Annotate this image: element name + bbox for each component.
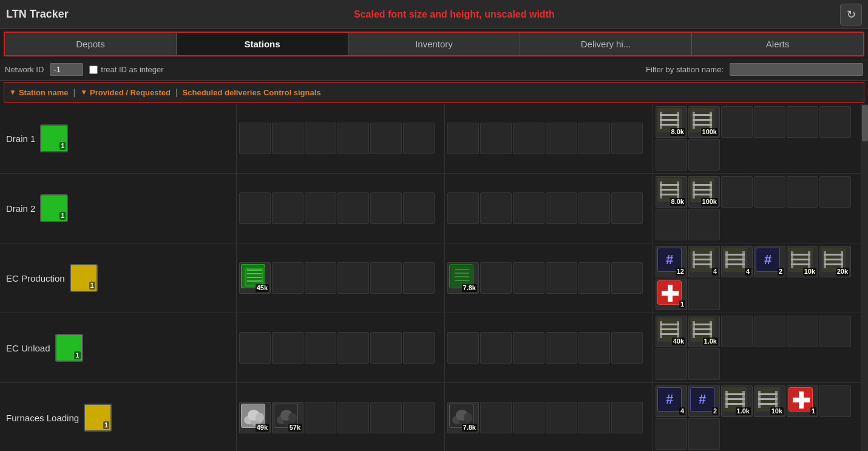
svg-rect-60 <box>693 324 712 325</box>
item-slot: 20k <box>819 246 851 277</box>
item-icon-hash: # <box>756 248 780 272</box>
empty-item-slot <box>370 123 402 154</box>
filter-station-input[interactable] <box>730 63 863 76</box>
tab-delivery[interactable]: Delivery hi... <box>520 33 692 55</box>
empty-item-slot <box>787 316 818 347</box>
svg-rect-7 <box>693 114 712 116</box>
svg-rect-9 <box>693 124 712 126</box>
empty-item-slot <box>611 402 643 433</box>
provided-section <box>237 104 445 173</box>
svg-rect-35 <box>693 263 712 265</box>
empty-item-slot <box>480 123 512 154</box>
svg-rect-84 <box>758 403 778 405</box>
empty-item-slot <box>272 192 303 224</box>
empty-item-slot <box>819 316 851 347</box>
station-name: EC Production <box>6 273 65 283</box>
item-slot: 57k <box>272 402 303 433</box>
table-row: EC Production145k7.8k#1244#210k20k1 <box>0 243 861 313</box>
col-station-name[interactable]: Station name <box>19 88 69 97</box>
row-sections: 49k57k7.8k#4#21.0k10k1 <box>237 383 861 451</box>
empty-item-slot <box>403 332 435 364</box>
svg-rect-45 <box>791 263 810 265</box>
item-count: 1.0k <box>736 407 751 415</box>
col-scheduled[interactable]: Scheduled deliveries <box>183 88 261 97</box>
scrollbar[interactable] <box>861 104 868 451</box>
scheduled-section <box>445 104 653 173</box>
svg-point-70 <box>288 413 297 422</box>
stations-list: Drain 118.0k100kDrain 218.0k100kEC Produ… <box>0 104 861 451</box>
svg-rect-38 <box>725 254 745 256</box>
tab-inventory[interactable]: Inventory <box>348 33 520 55</box>
signal-indicator: 1 <box>40 194 68 222</box>
filter-bar: Network ID treat ID as integer Filter by… <box>0 59 868 81</box>
control-section: #4#21.0k10k1 <box>653 383 861 451</box>
empty-item-slot <box>546 332 577 364</box>
sort-provided-icon[interactable]: ▼ <box>80 88 87 97</box>
svg-rect-78 <box>725 398 745 400</box>
tab-alerts[interactable]: Alerts <box>692 33 863 55</box>
empty-item-slot <box>688 418 720 450</box>
empty-item-slot <box>370 192 402 224</box>
item-count: 12 <box>676 268 685 276</box>
empty-item-slot <box>611 332 643 364</box>
tab-depots[interactable]: Depots <box>5 33 177 55</box>
network-id-label: Network ID <box>5 65 44 74</box>
signal-number: 1 <box>74 351 80 359</box>
empty-item-slot <box>272 262 303 294</box>
item-count: 4 <box>712 268 718 276</box>
empty-item-slot <box>447 192 479 224</box>
treat-id-checkbox-area: treat ID as integer <box>89 65 163 74</box>
station-name-cell: EC Unload1 <box>0 313 237 382</box>
item-slot: #2 <box>688 385 720 417</box>
empty-item-slot <box>272 123 303 154</box>
tab-stations[interactable]: Stations <box>177 33 348 55</box>
column-headers: ▼ Station name | ▼ Provided / Requested … <box>4 82 864 103</box>
empty-item-slot <box>578 262 610 294</box>
tabs-bar: Depots Stations Inventory Delivery hi...… <box>4 32 864 56</box>
item-slot: 100k <box>688 176 720 208</box>
empty-item-slot <box>513 332 544 364</box>
empty-item-slot <box>754 176 785 208</box>
signal-indicator: 1 <box>84 404 112 432</box>
refresh-button[interactable]: ↻ <box>840 4 862 25</box>
signal-indicator: 1 <box>70 264 98 292</box>
item-slot: 40k <box>656 316 687 347</box>
signal-indicator: 1 <box>40 124 68 152</box>
item-count: 1 <box>810 407 816 415</box>
empty-item-slot <box>611 123 643 154</box>
sort-station-icon[interactable]: ▼ <box>9 88 16 97</box>
scheduled-section <box>445 313 653 382</box>
svg-rect-48 <box>824 254 843 256</box>
empty-item-slot <box>370 262 402 294</box>
item-icon-red-cross <box>788 387 813 412</box>
empty-item-slot <box>546 123 577 154</box>
item-count: 49k <box>256 424 269 432</box>
empty-item-slot <box>578 402 610 433</box>
svg-rect-39 <box>725 259 745 260</box>
svg-rect-61 <box>693 328 712 330</box>
station-name: Furnaces Loading <box>6 413 79 423</box>
item-count: 2 <box>712 407 718 415</box>
empty-item-slot <box>787 176 818 208</box>
empty-item-slot <box>819 106 851 138</box>
treat-id-checkbox[interactable] <box>89 66 98 74</box>
col-provided[interactable]: Provided / Requested <box>90 88 171 97</box>
scheduled-section <box>445 174 653 243</box>
provided-section <box>237 313 445 382</box>
item-slot: 1.0k <box>688 316 720 347</box>
svg-rect-34 <box>693 259 712 260</box>
item-icon-rail <box>723 248 747 272</box>
item-slot: 10k <box>754 385 785 417</box>
item-count: 1.0k <box>703 337 718 345</box>
filter-station-label: Filter by station name: <box>646 65 724 74</box>
empty-item-slot <box>480 402 512 433</box>
empty-item-slot <box>688 348 720 380</box>
svg-rect-49 <box>824 259 843 260</box>
network-id-input[interactable] <box>50 63 83 76</box>
item-count: 40k <box>672 337 685 345</box>
empty-item-slot <box>819 176 851 208</box>
item-count: 10k <box>803 268 816 276</box>
item-slot: 7.8k <box>447 262 479 294</box>
scrollbar-thumb[interactable] <box>862 105 868 141</box>
svg-rect-55 <box>660 324 679 325</box>
